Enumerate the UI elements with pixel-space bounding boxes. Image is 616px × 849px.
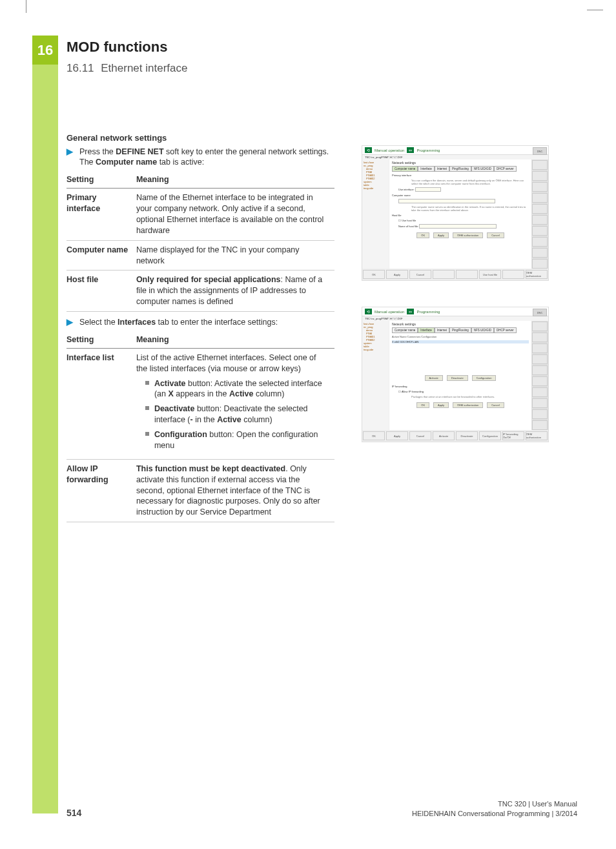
mode-icon: ⇔ [407, 147, 414, 153]
tab-internet[interactable]: Internet [435, 166, 449, 172]
table-row: Host file Only required for special appl… [67, 271, 334, 312]
configuration-button[interactable]: Configuration [472, 375, 497, 381]
col-setting: Setting [67, 332, 136, 348]
apply-button[interactable]: Apply [433, 232, 449, 238]
settings-table-1: Setting Meaning Primary interface Name o… [67, 172, 334, 312]
mode-manual: Manual operation [375, 310, 404, 314]
softkey[interactable]: Activate [433, 431, 455, 440]
tab-nfs[interactable]: NFS UID/GID [471, 327, 494, 333]
softkey[interactable]: Deactivate [456, 431, 478, 440]
checkbox-use-host-file[interactable]: Use host file [402, 219, 416, 222]
settings-table-2: Setting Meaning Interface list List of t… [67, 332, 334, 522]
softkey-column [531, 321, 548, 431]
interface-row[interactable]: X eth0 X26 DHCP-LAN [392, 340, 529, 343]
interface-list-header: Active Name Connectors Configuration [392, 335, 529, 338]
dialog-title: Network settings [392, 322, 529, 326]
help-computer-name: The computer name serves as identificati… [392, 205, 529, 212]
crop-mark [26, 0, 26, 13]
softkey[interactable]: OEM authorization [526, 270, 548, 279]
host-file-field[interactable] [419, 224, 497, 229]
bullet-arrow-icon: ▶ [67, 147, 74, 169]
intro-text: Press the DEFINE NET soft key to enter t… [79, 147, 334, 169]
help-primary: You can configure the domain, name, serv… [392, 179, 529, 185]
path-bar: TNC:\nc_prog\PGM\*.H;*.I;*.DXF [362, 155, 548, 159]
softkey[interactable]: Cancel [409, 431, 431, 440]
bullet-text: Configuration button: Open the configura… [154, 429, 329, 451]
dnc-button[interactable]: DNC [533, 309, 547, 316]
tab-ping-routing[interactable]: Ping/Routing [449, 327, 471, 333]
softkey[interactable]: OEM authorization [526, 431, 548, 440]
heading-general: General network settings [67, 132, 334, 144]
dnc-button[interactable]: DNC [533, 147, 547, 155]
mode-programming: Programming [416, 310, 440, 314]
deactivate-button[interactable]: Deactivate [447, 375, 468, 381]
softkey[interactable]: Apply [386, 270, 408, 279]
bullet-arrow-icon: ▶ [67, 317, 74, 328]
label-host-file: Host file [392, 214, 401, 217]
ok-button[interactable]: OK [416, 402, 429, 408]
cancel-button[interactable]: Cancel [487, 402, 504, 408]
softkey[interactable]: Apply [386, 431, 408, 440]
label-ip-forwarding: IP forwarding [392, 385, 407, 388]
oem-button[interactable]: OEM authorization [453, 232, 483, 238]
tab-dhcp[interactable]: DHCP server [494, 327, 516, 333]
screenshot-computer-name: ⟲ Manual operation ⇔ Programming DNC TNC… [362, 145, 549, 281]
mode-icon: ⟲ [365, 309, 372, 314]
cancel-button[interactable]: Cancel [487, 232, 504, 238]
table-row: Computer name Name displayed for the TNC… [67, 240, 334, 271]
mode-icon: ⟲ [365, 147, 372, 153]
chapter-tab: 16 [32, 36, 58, 65]
softkey[interactable] [456, 270, 478, 279]
path-bar: TNC:\nc_prog\PGM\*.H;*.I;*.DXF [362, 316, 548, 321]
file-tree[interactable]: lost+foun nc_prog demo PGM PGM01 PGM02 s… [362, 321, 389, 431]
mode-manual: Manual operation [375, 148, 404, 152]
square-bullet-icon [145, 406, 149, 410]
screenshot-interfaces: ⟲ Manual operation ⇔ Programming DNC TNC… [362, 307, 549, 442]
softkey[interactable]: OK [363, 270, 385, 279]
oem-button[interactable]: OEM authorization [453, 402, 483, 408]
dialog-title: Network settings [392, 161, 529, 165]
use-interface-combo[interactable] [415, 187, 441, 192]
crop-mark [587, 10, 603, 10]
label-use-interface: Use interface: [398, 188, 415, 191]
softkey[interactable]: Use host file [479, 270, 501, 279]
col-setting: Setting [67, 172, 136, 188]
section-title: Ethernet interface [101, 62, 187, 74]
ok-button[interactable]: OK [416, 232, 429, 238]
activate-button[interactable]: Activate [425, 375, 443, 381]
table-row: Interface list List of the active Ethern… [67, 348, 334, 459]
section-number: 16.11 [67, 62, 94, 74]
apply-button[interactable]: Apply [433, 402, 449, 408]
chapter-title: MOD functions [67, 39, 187, 56]
label-primary-interface: Primary interface [392, 174, 411, 177]
softkey[interactable]: IP forwarding On/Off [502, 431, 524, 440]
tab-interface[interactable]: Interface [418, 166, 435, 172]
col-meaning: Meaning [136, 172, 334, 188]
tab-computer-name[interactable]: Computer name [392, 166, 418, 172]
footer-line-1: TNC 320 | User's Manual [412, 799, 577, 808]
checkbox-ip-forwarding[interactable]: Allow IP forwarding [402, 390, 424, 393]
help-ip-forwarding: Packages that arrive at an interface can… [392, 395, 529, 398]
tab-computer-name[interactable]: Computer name [392, 327, 418, 333]
softkey[interactable]: OK [363, 431, 385, 440]
softkey[interactable]: Cancel [409, 270, 431, 279]
tab-interface[interactable]: Interface [418, 327, 435, 333]
side-bar [32, 65, 58, 813]
computer-name-field[interactable] [398, 199, 495, 203]
tab-internet[interactable]: Internet [435, 327, 449, 333]
file-tree[interactable]: lost+foun nc_prog demo PGM PGM01 PGM02 s… [362, 159, 389, 269]
softkey[interactable] [502, 270, 524, 279]
label-name-host-file: Name of host file: [398, 225, 418, 228]
tab-nfs[interactable]: NFS UID/GID [471, 166, 494, 172]
softkey[interactable] [433, 270, 455, 279]
bullet-text: Deactivate button: Deactivate the select… [154, 404, 329, 425]
softkey[interactable]: Configuration [479, 431, 501, 440]
interfaces-intro: Select the Interfaces tab to enter the i… [79, 317, 334, 328]
table-row: Allow IP forwarding This function must b… [67, 459, 334, 522]
tab-dhcp[interactable]: DHCP server [494, 166, 516, 172]
label-computer-name: Computer name [392, 194, 411, 197]
footer-line-2: HEIDENHAIN Conversational Programming | … [412, 809, 577, 818]
tab-ping-routing[interactable]: Ping/Routing [449, 166, 471, 172]
softkey-column [531, 159, 548, 269]
table-row: Primary interface Name of the Ethernet i… [67, 189, 334, 241]
